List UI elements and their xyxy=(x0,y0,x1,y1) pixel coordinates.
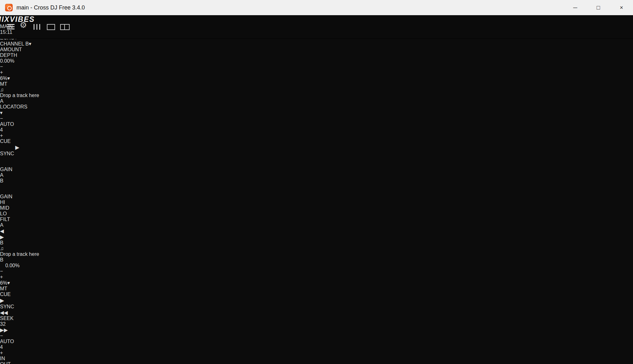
eq-column: HIMIDLOFILT xyxy=(0,200,633,222)
crossfader-a-label: A xyxy=(0,222,633,228)
drop-track-text: Drop a track here xyxy=(0,93,633,98)
fx2-depth-label: DEPTH xyxy=(0,52,633,58)
auto-label: AUTO xyxy=(0,339,633,344)
deck-b-pfl-button[interactable]: B xyxy=(0,178,633,184)
deck-a: 0.00% − + 6%▾ MT ♫ Drop a track here A L… xyxy=(0,58,633,157)
settings-gear-icon[interactable]: ⚙ xyxy=(20,20,27,30)
eq-label: HI xyxy=(0,200,633,205)
deck-a-loop-half-button[interactable]: − xyxy=(0,116,633,121)
titlebar: main - Cross DJ Free 3.4.0 ─ □ × xyxy=(0,0,633,15)
seek-back-button[interactable]: ◀◀ xyxy=(0,310,633,316)
clock: 15:11 xyxy=(0,29,633,35)
chevron-down-icon[interactable]: ▾ xyxy=(0,110,633,116)
close-button[interactable]: × xyxy=(610,0,633,15)
chevron-down-icon: ▾ xyxy=(7,280,10,286)
pitch-unit: % xyxy=(15,263,20,268)
fx2-amount-label: AMOUNT xyxy=(0,47,633,52)
chevron-down-icon: ▾ xyxy=(29,41,31,46)
fullscreen-icon[interactable] xyxy=(47,24,55,30)
pitch-range-value: 6% xyxy=(0,76,7,81)
chevron-down-icon: ▾ xyxy=(7,76,10,81)
decks-section: 0.00% − + 6%▾ MT ♫ Drop a track here A L… xyxy=(0,58,633,364)
deck-a-pfl-button[interactable]: A xyxy=(0,172,633,178)
pitch-range-select[interactable]: 6%▾ xyxy=(0,75,633,81)
deck-b-cue-button[interactable]: CUE xyxy=(0,292,26,297)
fx2-channel-select[interactable]: CHANNEL B▾ xyxy=(0,41,63,47)
app-icon xyxy=(5,4,13,11)
eq-label: LO xyxy=(0,211,633,217)
pitch-unit: % xyxy=(10,58,14,64)
gain-label: GAIN xyxy=(0,167,633,172)
deck-b-sync-button[interactable]: SYNC xyxy=(0,304,27,310)
deck-b-loop-half-button[interactable]: − xyxy=(0,333,633,339)
deck-a-locators-label: LOCATORS xyxy=(0,104,633,110)
seek-value: 32 xyxy=(0,321,20,327)
auto-label: AUTO xyxy=(0,121,633,127)
pitch-range-select[interactable]: 6%▾ xyxy=(0,280,633,286)
window-title: main - Cross DJ Free 3.4.0 xyxy=(16,0,85,15)
left-arrow-icon: ◀ xyxy=(0,228,633,234)
toolbar: ⚙ MIXVIBES MAIN 15:11 xyxy=(0,15,633,39)
music-note-icon: ♫ xyxy=(0,246,633,251)
deck-b-pitch-value: 0.00% xyxy=(0,263,20,268)
auto-value: 4 xyxy=(0,127,633,133)
pitch-number: 0.00 xyxy=(5,263,15,268)
deck-a-pitch-value: 0.00% xyxy=(0,58,633,64)
deck-b-dropzone[interactable]: ♫ Drop a track here xyxy=(0,246,633,257)
maximize-button[interactable]: □ xyxy=(587,0,610,15)
pitch-bend-minus-button[interactable]: − xyxy=(0,64,633,70)
fx2-channel: CHANNEL B xyxy=(0,41,29,46)
music-note-icon: ♫ xyxy=(0,87,633,93)
play-icon: ▶ xyxy=(15,145,19,151)
deck-a-letter: A xyxy=(0,98,633,104)
deck-a-loop-double-button[interactable]: + xyxy=(0,133,633,139)
main-volume-label: MAIN xyxy=(0,24,633,29)
layout-icon[interactable] xyxy=(60,24,70,30)
mixer-section: GAIN A B GAIN HIMIDLOFILT A ◀ ▶ B xyxy=(0,157,633,246)
deck-a-cue-button[interactable]: CUE xyxy=(0,139,38,144)
loop-in-button[interactable]: IN xyxy=(0,356,633,361)
drop-track-text: Drop a track here xyxy=(0,251,633,257)
deck-a-sync-button[interactable]: SYNC xyxy=(0,151,31,157)
deck-a-gain-knob[interactable] xyxy=(0,157,10,167)
pitch-bend-plus-button[interactable]: + xyxy=(0,70,633,75)
eq-row-mid: MID xyxy=(0,205,633,211)
brand-text: MIXVIBES xyxy=(0,15,35,23)
minimize-button[interactable]: ─ xyxy=(564,0,587,15)
seek-forward-button[interactable]: ▶▶ xyxy=(0,327,633,333)
pitch-bend-plus-button[interactable]: + xyxy=(0,274,633,280)
deck-a-dropzone[interactable]: ♫ Drop a track here xyxy=(0,87,633,98)
pitch-bend-minus-button[interactable]: − xyxy=(0,268,633,274)
deck-a-play-button[interactable]: ▶ xyxy=(0,144,29,151)
mixvibes-logo: MIXVIBES xyxy=(0,15,633,24)
eq-row-filt: FILT xyxy=(0,217,633,222)
cross-dj-window: main - Cross DJ Free 3.4.0 ─ □ × ⚙ MIXVI… xyxy=(0,0,633,364)
seek-label: SEEK xyxy=(0,316,20,321)
pitch-number: 0.00 xyxy=(0,58,10,64)
eq-row-hi: HI xyxy=(0,200,633,205)
pitch-range-value: 6% xyxy=(0,280,7,286)
deck-b-letter: B xyxy=(0,257,633,263)
eq-label: FILT xyxy=(0,217,633,222)
deck-b: ♫ Drop a track here B 0.00% − + 6%▾ MT C… xyxy=(0,246,633,364)
crossfader-b-label: B xyxy=(0,240,633,246)
gain-label: GAIN xyxy=(0,194,633,200)
eq-label: MID xyxy=(0,205,633,211)
deck-b-loop-double-button[interactable]: + xyxy=(0,350,633,356)
eq-row-lo: LO xyxy=(0,211,633,217)
loop-out-button[interactable]: OUT xyxy=(0,361,633,364)
auto-value: 4 xyxy=(0,344,633,350)
master-tempo-button[interactable]: MT xyxy=(0,286,633,292)
master-tempo-button[interactable]: MT xyxy=(0,81,633,87)
deck-b-play-button[interactable]: ▶ xyxy=(0,297,26,304)
deck-b-auto-loop[interactable]: AUTO4 xyxy=(0,339,633,350)
deck-a-auto-loop[interactable]: AUTO4 xyxy=(0,121,633,133)
right-arrow-icon: ▶ xyxy=(0,234,633,240)
menu-icon[interactable] xyxy=(7,23,15,31)
deck-b-gain-knob[interactable] xyxy=(0,184,10,194)
deck-b-seek[interactable]: SEEK32 xyxy=(0,316,20,327)
play-icon: ▶ xyxy=(0,298,4,304)
mixer-routing-icon[interactable] xyxy=(34,24,41,30)
